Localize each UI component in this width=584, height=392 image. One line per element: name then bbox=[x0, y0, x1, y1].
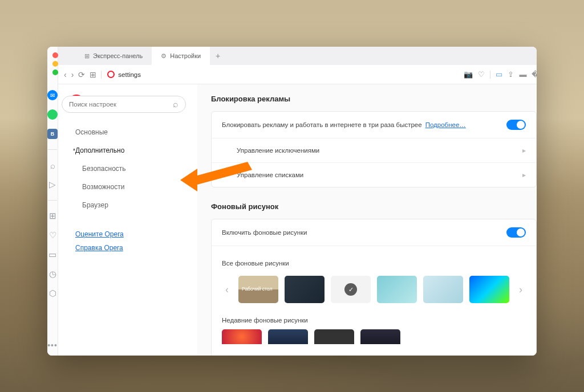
tab-label: Настройки bbox=[170, 52, 201, 59]
tab-bar: ⊞ Экспресс-панель ⚙ Настройки + ≡ bbox=[58, 47, 537, 65]
rate-opera-link[interactable]: Оцените Opera bbox=[75, 230, 197, 238]
reload-button[interactable]: ⟳ bbox=[78, 70, 85, 79]
maximize-traffic-light[interactable] bbox=[52, 70, 58, 75]
camera-icon[interactable]: 📷 bbox=[464, 70, 473, 79]
sidebar-links: Оцените Opera Справка Opera bbox=[68, 230, 197, 252]
content-area: Настройки ⌕ Основные Дополнительно Безоп… bbox=[58, 84, 537, 356]
row-label: Управление исключениями bbox=[237, 147, 319, 154]
sidebar-item-security[interactable]: Безопасность bbox=[68, 160, 197, 178]
settings-nav: Основные Дополнительно Безопасность Возм… bbox=[68, 123, 197, 214]
search-icon[interactable]: ⌕ bbox=[47, 160, 58, 170]
more-icon[interactable]: ••• bbox=[47, 341, 58, 350]
sidebar-rail: ✉ B ⌕ ▷ ⊞ ♡ ▭ ◷ ⬡ ••• bbox=[47, 47, 58, 356]
adblock-toggle[interactable] bbox=[506, 120, 526, 130]
browser-window: ✉ B ⌕ ▷ ⊞ ♡ ▭ ◷ ⬡ ••• ⊞ Экспресс-панель … bbox=[47, 47, 537, 356]
wallpaper-thumb[interactable] bbox=[377, 276, 417, 303]
recent-thumb[interactable] bbox=[268, 329, 308, 344]
adblock-exceptions-row[interactable]: Управление исключениями ▸ bbox=[212, 138, 536, 162]
settings-sidebar: Настройки ⌕ Основные Дополнительно Безоп… bbox=[58, 84, 197, 356]
wallpaper-card: Включить фоновые рисунки Все фоновые рис… bbox=[211, 219, 537, 356]
sidebar-item-advanced[interactable]: Дополнительно bbox=[68, 141, 197, 160]
section-wallpaper-title: Фоновый рисунок bbox=[211, 202, 537, 211]
wallpaper-enable-label: Включить фоновые рисунки bbox=[222, 229, 307, 236]
divider bbox=[101, 71, 102, 79]
sidebar-item-browser[interactable]: Браузер bbox=[68, 196, 197, 214]
heart-icon[interactable]: ♡ bbox=[47, 230, 58, 240]
chevron-right-icon: ▸ bbox=[522, 146, 526, 154]
wallpaper-toggle[interactable] bbox=[506, 227, 526, 238]
sync-icon[interactable]: ▭ bbox=[496, 70, 502, 79]
whatsapp-icon[interactable] bbox=[47, 109, 58, 120]
divider bbox=[490, 71, 490, 79]
tab-settings[interactable]: ⚙ Настройки bbox=[152, 47, 210, 65]
divider bbox=[48, 149, 57, 150]
wallpaper-prev[interactable]: ‹ bbox=[222, 284, 232, 296]
cube-icon[interactable]: ⬡ bbox=[47, 288, 58, 299]
address-field[interactable]: settings bbox=[107, 71, 141, 78]
adblock-more-link[interactable]: Подробнее… bbox=[425, 121, 466, 128]
back-button[interactable]: ‹ bbox=[64, 70, 67, 79]
speed-dial-button[interactable]: ⊞ bbox=[90, 70, 96, 79]
forward-button[interactable]: › bbox=[71, 70, 74, 79]
close-traffic-light[interactable] bbox=[52, 52, 58, 58]
send-icon[interactable]: ▷ bbox=[47, 179, 58, 190]
minimize-traffic-light[interactable] bbox=[52, 61, 58, 67]
recent-thumb[interactable] bbox=[222, 329, 262, 344]
vk-icon[interactable]: B bbox=[47, 129, 58, 139]
adblock-toggle-row: Блокировать рекламу и работать в интерне… bbox=[212, 112, 536, 138]
tab-label: Экспресс-панель bbox=[93, 52, 143, 59]
wallpaper-thumb[interactable] bbox=[285, 276, 325, 303]
new-tab-button[interactable]: + bbox=[210, 51, 226, 60]
settings-sliders-icon[interactable]: �≡ bbox=[532, 70, 537, 79]
help-opera-link[interactable]: Справка Opera bbox=[75, 244, 197, 252]
sidebar-item-features[interactable]: Возможности bbox=[68, 178, 197, 196]
settings-content: Блокировка рекламы Блокировать рекламу и… bbox=[197, 84, 537, 356]
divider bbox=[48, 200, 57, 201]
recent-thumb[interactable] bbox=[314, 329, 354, 344]
workspaces-icon[interactable]: ⊞ bbox=[47, 211, 58, 221]
nav-buttons: ‹ › ⟳ ⊞ bbox=[64, 70, 102, 79]
chevron-right-icon: ▸ bbox=[522, 171, 526, 179]
url-text: settings bbox=[118, 71, 141, 78]
wallpaper-gallery: Все фоновые рисунки ‹ Рабочий стол › Нед… bbox=[212, 246, 536, 356]
search-field[interactable] bbox=[69, 101, 173, 108]
recent-thumbs bbox=[222, 329, 400, 349]
heart-icon[interactable]: ♡ bbox=[478, 70, 485, 79]
adblock-desc: Блокировать рекламу и работать в интерне… bbox=[222, 121, 422, 128]
wallpaper-desktop[interactable]: Рабочий стол bbox=[238, 276, 278, 303]
battery-icon[interactable]: ▬ bbox=[519, 70, 526, 79]
gear-icon: ⚙ bbox=[161, 52, 167, 60]
all-wallpapers-label: Все фоновые рисунки bbox=[222, 260, 289, 267]
news-icon[interactable]: ▭ bbox=[47, 250, 58, 260]
search-input[interactable]: ⌕ bbox=[62, 96, 186, 113]
search-icon: ⌕ bbox=[173, 99, 179, 109]
history-icon[interactable]: ◷ bbox=[47, 269, 58, 279]
grid-icon: ⊞ bbox=[84, 52, 90, 60]
section-adblock-title: Блокировка рекламы bbox=[211, 95, 537, 103]
tab-speed-dial[interactable]: ⊞ Экспресс-панель bbox=[75, 47, 152, 65]
wallpaper-thumb[interactable] bbox=[423, 276, 463, 303]
opera-icon bbox=[107, 71, 115, 78]
main-area: ⊞ Экспресс-панель ⚙ Настройки + ≡ ‹ › ⟳ … bbox=[58, 47, 537, 356]
adblock-card: Блокировать рекламу и работать в интерне… bbox=[211, 111, 537, 187]
row-label: Управление списками bbox=[237, 172, 303, 178]
address-actions: 📷 ♡ ▭ ⇪ ▬ �≡ bbox=[464, 70, 537, 79]
address-bar: ‹ › ⟳ ⊞ settings 📷 ♡ ▭ ⇪ ▬ �≡ bbox=[58, 65, 537, 84]
wallpaper-thumb-selected[interactable] bbox=[331, 276, 371, 303]
messenger-icon[interactable]: ✉ bbox=[47, 90, 58, 100]
recent-thumb[interactable] bbox=[360, 329, 400, 344]
thumb-label: Рабочий стол bbox=[242, 287, 272, 292]
wallpaper-thumbs: ‹ Рабочий стол › bbox=[222, 272, 526, 311]
wallpaper-thumb[interactable] bbox=[469, 276, 509, 303]
wallpaper-toggle-row: Включить фоновые рисунки bbox=[212, 219, 536, 246]
sidebar-item-basic[interactable]: Основные bbox=[68, 123, 197, 141]
wallpaper-next[interactable]: › bbox=[516, 284, 526, 296]
share-icon[interactable]: ⇪ bbox=[508, 70, 514, 79]
adblock-lists-row[interactable]: Управление списками ▸ bbox=[212, 162, 536, 187]
recent-wallpapers-label: Недавние фоновые рисунки bbox=[222, 317, 308, 324]
